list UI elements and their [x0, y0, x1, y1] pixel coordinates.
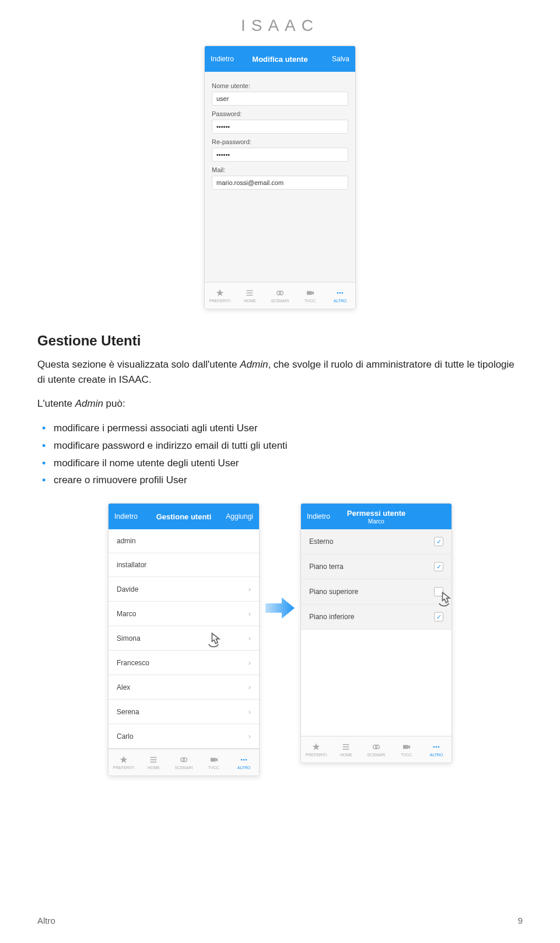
- permission-row[interactable]: Piano superiore: [301, 579, 452, 605]
- list-icon: [148, 755, 159, 764]
- list-item: creare o rimuovere profili User: [54, 472, 523, 489]
- add-button[interactable]: Aggiungi: [225, 512, 253, 521]
- tab-label: PREFERITI: [209, 299, 231, 303]
- svg-rect-14: [211, 758, 216, 762]
- capabilities-list: modificare i permessi associati agli ute…: [37, 420, 523, 489]
- user-name: admin: [117, 537, 136, 545]
- star-icon: [215, 288, 225, 298]
- tab-scenari[interactable]: SCENARI: [265, 282, 295, 309]
- tab-label: PREFERITI: [113, 766, 135, 770]
- star-icon: [118, 755, 129, 764]
- tab-label: TVCC: [401, 753, 412, 757]
- chevron-right-icon: ›: [249, 683, 251, 691]
- navbar: Indietro Permessi utente Marco: [301, 504, 452, 529]
- back-button[interactable]: Indietro: [114, 512, 142, 521]
- camera-icon: [401, 742, 412, 752]
- chevron-right-icon: ›: [249, 732, 251, 741]
- permission-label: Esterno: [309, 537, 333, 546]
- tab-home[interactable]: HOME: [139, 749, 169, 776]
- tab-label: ALTRO: [237, 766, 251, 770]
- permission-label: Piano superiore: [309, 588, 358, 596]
- page-number: 9: [518, 916, 523, 925]
- username-label: Nome utente:: [212, 82, 348, 89]
- star-icon: [311, 742, 321, 752]
- intro-paragraph: Questa sezione è visualizzata solo dall'…: [37, 357, 523, 388]
- tab-label: TVCC: [208, 766, 219, 770]
- tab-home[interactable]: HOME: [331, 736, 362, 763]
- tab-altro[interactable]: ALTRO: [421, 736, 452, 763]
- svg-rect-5: [307, 291, 312, 295]
- user-list-item[interactable]: Carlo›: [108, 724, 259, 749]
- permission-row[interactable]: Piano terra✓: [301, 554, 452, 579]
- dots-icon: [335, 288, 345, 298]
- tab-label: SCENARI: [174, 766, 192, 770]
- mail-label: Mail:: [212, 166, 348, 173]
- repassword-label: Re-password:: [212, 138, 348, 145]
- tab-preferiti[interactable]: PREFERITI: [108, 749, 139, 776]
- arrow-icon: [262, 591, 298, 626]
- user-list-item[interactable]: Serena›: [108, 700, 259, 724]
- user-list-item[interactable]: admin: [108, 529, 259, 553]
- svg-rect-23: [403, 745, 408, 749]
- user-name: Serena: [117, 708, 139, 716]
- password-field[interactable]: ••••••: [212, 120, 348, 134]
- user-list-item[interactable]: Simona›: [108, 626, 259, 651]
- tab-scenari[interactable]: SCENARI: [361, 736, 391, 763]
- tab-bar: PREFERITI HOME SCENARI TVCC ALTRO: [108, 749, 259, 776]
- tab-preferiti[interactable]: PREFERITI: [205, 282, 235, 309]
- svg-point-17: [246, 759, 247, 761]
- svg-point-15: [241, 759, 243, 761]
- chevron-right-icon: ›: [249, 634, 251, 642]
- user-list-item[interactable]: Alex›: [108, 675, 259, 700]
- document-section: Gestione Utenti Questa sezione è visuali…: [0, 333, 560, 489]
- tab-label: HOME: [148, 766, 160, 770]
- tab-tvcc[interactable]: TVCC: [295, 282, 326, 309]
- save-button[interactable]: Salva: [321, 55, 349, 63]
- tab-label: SCENARI: [367, 753, 385, 757]
- checkbox[interactable]: ✓: [434, 537, 443, 546]
- page-title: Permessi utente Marco: [335, 509, 418, 525]
- user-list-item[interactable]: Francesco›: [108, 651, 259, 675]
- permission-row[interactable]: Esterno✓: [301, 529, 452, 554]
- user-name: Francesco: [117, 659, 149, 667]
- user-list-item[interactable]: Marco›: [108, 602, 259, 626]
- tab-label: PREFERITI: [306, 753, 327, 757]
- email-field[interactable]: mario.rossi@email.com: [212, 176, 348, 190]
- permission-label: Piano terra: [309, 563, 344, 571]
- footer-section: Altro: [37, 916, 55, 925]
- tab-tvcc[interactable]: TVCC: [391, 736, 422, 763]
- username-field[interactable]: user: [212, 92, 348, 106]
- brand-logo: ISAAC: [0, 0, 560, 46]
- checkbox[interactable]: ✓: [434, 612, 443, 621]
- lead-paragraph: L'utente Admin può:: [37, 396, 523, 411]
- user-list-item[interactable]: Davide›: [108, 577, 259, 602]
- section-heading: Gestione Utenti: [37, 333, 523, 349]
- svg-point-25: [436, 746, 438, 748]
- tab-altro[interactable]: ALTRO: [229, 749, 259, 776]
- list-item: modificare i permessi associati agli ute…: [54, 420, 523, 437]
- circles-icon: [178, 755, 189, 764]
- list-icon: [244, 288, 255, 298]
- permission-row[interactable]: Piano inferiore✓: [301, 605, 452, 630]
- tab-preferiti[interactable]: PREFERITI: [301, 736, 331, 763]
- back-button[interactable]: Indietro: [211, 55, 239, 63]
- repassword-field[interactable]: ••••••: [212, 148, 348, 162]
- chevron-right-icon: ›: [249, 707, 251, 716]
- list-item: modificare il nome utente degli utenti U…: [54, 455, 523, 472]
- tab-altro[interactable]: ALTRO: [325, 282, 355, 309]
- svg-point-16: [243, 759, 245, 761]
- user-list-item[interactable]: installator: [108, 553, 259, 577]
- circles-icon: [275, 288, 285, 298]
- tab-tvcc[interactable]: TVCC: [199, 749, 229, 776]
- permission-label: Piano inferiore: [309, 613, 354, 621]
- tab-label: HOME: [340, 753, 352, 757]
- tab-scenari[interactable]: SCENARI: [169, 749, 199, 776]
- pointer-cursor-icon: [432, 585, 452, 610]
- checkbox[interactable]: ✓: [434, 562, 443, 571]
- user-name: Simona: [117, 634, 141, 642]
- tab-bar: PREFERITI HOME SCENARI TVCC ALTRO: [205, 282, 355, 309]
- list-icon: [341, 742, 351, 752]
- back-button[interactable]: Indietro: [307, 512, 335, 521]
- tab-home[interactable]: HOME: [235, 282, 265, 309]
- password-label: Password:: [212, 110, 348, 117]
